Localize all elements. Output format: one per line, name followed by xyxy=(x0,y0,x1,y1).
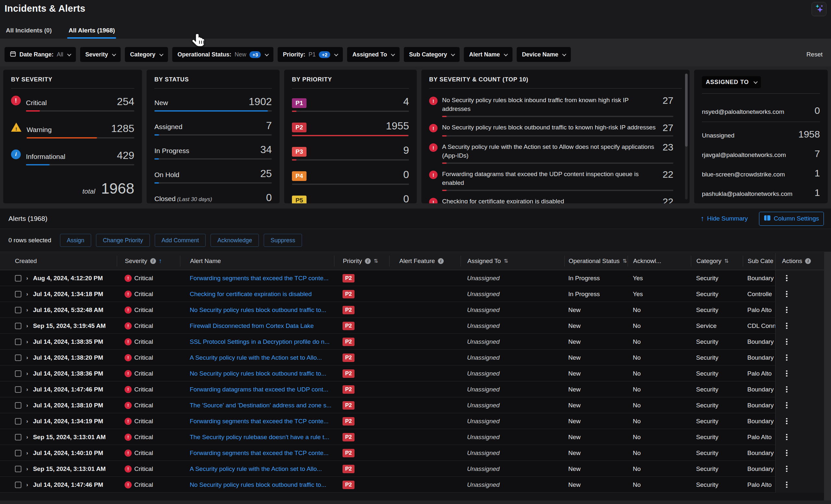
expand-row-chevron[interactable]: › xyxy=(26,418,28,424)
filter-assigned-to[interactable]: Assigned To xyxy=(347,47,400,62)
filter-priority[interactable]: Priority:P1+2 xyxy=(278,47,343,62)
filter-device-name[interactable]: Device Name xyxy=(517,47,571,62)
row-actions-menu-button[interactable] xyxy=(784,337,789,346)
alert-name-link[interactable]: Firewall Disconnected from Cortex Data L… xyxy=(190,322,314,329)
row-checkbox[interactable] xyxy=(15,291,21,297)
row-checkbox[interactable] xyxy=(15,338,21,345)
column-header-priority[interactable]: Priorityi⇅ xyxy=(334,256,389,267)
row-checkbox[interactable] xyxy=(15,307,21,313)
bulk-action-acknowledge[interactable]: Acknowledge xyxy=(210,234,259,247)
filter-date-range[interactable]: Date Range:All xyxy=(4,47,76,62)
row-checkbox[interactable] xyxy=(15,386,21,393)
row-actions-menu-button[interactable] xyxy=(784,290,789,299)
bulk-action-assign[interactable]: Assign xyxy=(60,234,91,247)
sort-icon[interactable]: ⇅ xyxy=(504,258,508,264)
expand-row-chevron[interactable]: › xyxy=(26,323,28,329)
column-header-alert-feature[interactable]: Alert Featurei xyxy=(389,256,461,267)
created-value: Jul 14, 2024, 1:34:19 PM xyxy=(33,418,104,425)
alert-name-link[interactable]: The 'Source' and 'Destination' address a… xyxy=(190,402,332,409)
sub-category-value: Palo Alto xyxy=(747,481,772,488)
row-actions-menu-button[interactable] xyxy=(784,401,789,410)
filter-severity[interactable]: Severity xyxy=(80,47,121,62)
ai-copilot-button[interactable] xyxy=(811,2,827,16)
row-checkbox[interactable] xyxy=(15,355,21,361)
filter-alert-name[interactable]: Alert Name xyxy=(464,47,513,62)
column-header-assigned-to[interactable]: Assigned To⇅ xyxy=(461,256,564,267)
card-scrollbar[interactable] xyxy=(685,73,688,200)
row-actions-menu-button[interactable] xyxy=(784,417,789,426)
tab-all-incidents[interactable]: All Incidents (0) xyxy=(4,24,53,38)
row-checkbox[interactable] xyxy=(15,434,21,440)
table-vertical-scrollbar[interactable] xyxy=(824,252,831,500)
column-settings-button[interactable]: Column Settings xyxy=(759,212,824,226)
sort-ascending-icon[interactable]: ↑ xyxy=(159,258,162,265)
expand-row-chevron[interactable]: › xyxy=(26,402,28,409)
column-header-category[interactable]: Category⇅ xyxy=(691,256,743,267)
row-actions-menu-button[interactable] xyxy=(784,480,789,490)
column-header-actions[interactable]: Actionsi xyxy=(775,253,831,269)
expand-row-chevron[interactable]: › xyxy=(26,450,28,456)
expand-row-chevron[interactable]: › xyxy=(26,434,28,440)
dot xyxy=(786,312,787,313)
column-header-acknowl-[interactable]: Acknowl... xyxy=(628,256,691,267)
alert-name-link[interactable]: No Security policy rules block outbound … xyxy=(190,306,326,314)
sort-icon[interactable]: ⇅ xyxy=(623,258,627,264)
alert-name-link[interactable]: A Security policy rule with the Action s… xyxy=(190,354,322,361)
expand-row-chevron[interactable]: › xyxy=(26,307,28,313)
alert-name-link[interactable]: Checking for certificate expiration is d… xyxy=(190,291,312,298)
row-checkbox[interactable] xyxy=(15,466,21,472)
row-actions-menu-button[interactable] xyxy=(784,369,789,378)
alert-name-link[interactable]: Forwarding datagrams that exceed the UDP… xyxy=(190,386,328,393)
sub-category-value: Boundary xyxy=(747,275,774,282)
row-actions-menu-button[interactable] xyxy=(784,305,789,315)
filter-sub-category[interactable]: Sub Category xyxy=(404,47,460,62)
column-header-created[interactable]: Created xyxy=(0,256,117,267)
alert-name-link[interactable]: No Security policy rules block outbound … xyxy=(190,370,326,377)
row-actions-menu-button[interactable] xyxy=(784,321,789,330)
column-header-severity[interactable]: Severityi↑ xyxy=(117,256,180,267)
bulk-action-change-priority[interactable]: Change Priority xyxy=(96,234,150,247)
filter-operational-status[interactable]: Operational Status:New+3 xyxy=(172,47,274,62)
column-header-sub-cate[interactable]: Sub Cate xyxy=(743,256,775,267)
row-checkbox[interactable] xyxy=(15,275,21,281)
hide-summary-button[interactable]: ↑ Hide Summary xyxy=(700,214,748,223)
column-header-operational-status[interactable]: Operational Status⇅ xyxy=(564,256,628,267)
sort-icon[interactable]: ⇅ xyxy=(724,258,728,264)
alert-name-link[interactable]: A Security policy rule with the Action s… xyxy=(190,466,322,473)
expand-row-chevron[interactable]: › xyxy=(26,338,28,345)
alert-name-link[interactable]: Forwarding segments that exceed the TCP … xyxy=(190,449,328,457)
row-checkbox[interactable] xyxy=(15,402,21,409)
reset-filters-button[interactable]: Reset xyxy=(804,51,825,58)
row-actions-menu-button[interactable] xyxy=(784,433,789,442)
row-checkbox[interactable] xyxy=(15,482,21,488)
row-checkbox[interactable] xyxy=(15,450,21,456)
sort-icon[interactable]: ⇅ xyxy=(374,258,378,264)
expand-row-chevron[interactable]: › xyxy=(26,386,28,393)
filter-category[interactable]: Category xyxy=(125,47,168,62)
row-actions-menu-button[interactable] xyxy=(784,385,789,394)
bulk-action-suppress[interactable]: Suppress xyxy=(264,234,302,247)
expand-row-chevron[interactable]: › xyxy=(26,355,28,361)
expand-row-chevron[interactable]: › xyxy=(26,370,28,377)
row-actions-menu-button[interactable] xyxy=(784,448,789,457)
row-checkbox[interactable] xyxy=(15,323,21,329)
expand-row-chevron[interactable]: › xyxy=(26,466,28,472)
alert-name-link[interactable]: The Security policy rulebase doesn't hav… xyxy=(190,434,329,441)
row-actions-menu-button[interactable] xyxy=(784,353,789,362)
column-header-alert-name[interactable]: Alert Name xyxy=(180,256,334,267)
row-actions-menu-button[interactable] xyxy=(784,465,789,474)
expand-row-chevron[interactable]: › xyxy=(26,291,28,297)
assigned-to-dropdown[interactable]: ASSIGNED TO xyxy=(702,76,761,88)
tab-all-alerts[interactable]: All Alerts (1968) xyxy=(67,24,116,38)
alert-name-link[interactable]: SSL Protocol Settings in a Decryption pr… xyxy=(190,338,329,346)
alert-name-link[interactable]: Forwarding segments that exceed the TCP … xyxy=(190,275,328,282)
bulk-action-add-comment[interactable]: Add Comment xyxy=(155,234,206,247)
alert-name-link[interactable]: No Security policy rules block outbound … xyxy=(190,481,326,488)
scrollbar-thumb[interactable] xyxy=(685,73,688,147)
row-checkbox[interactable] xyxy=(15,370,21,377)
alert-name-link[interactable]: Forwarding segments that exceed the TCP … xyxy=(190,418,328,425)
expand-row-chevron[interactable]: › xyxy=(26,275,28,281)
row-actions-menu-button[interactable] xyxy=(784,274,789,283)
row-checkbox[interactable] xyxy=(15,418,21,424)
expand-row-chevron[interactable]: › xyxy=(26,482,28,488)
